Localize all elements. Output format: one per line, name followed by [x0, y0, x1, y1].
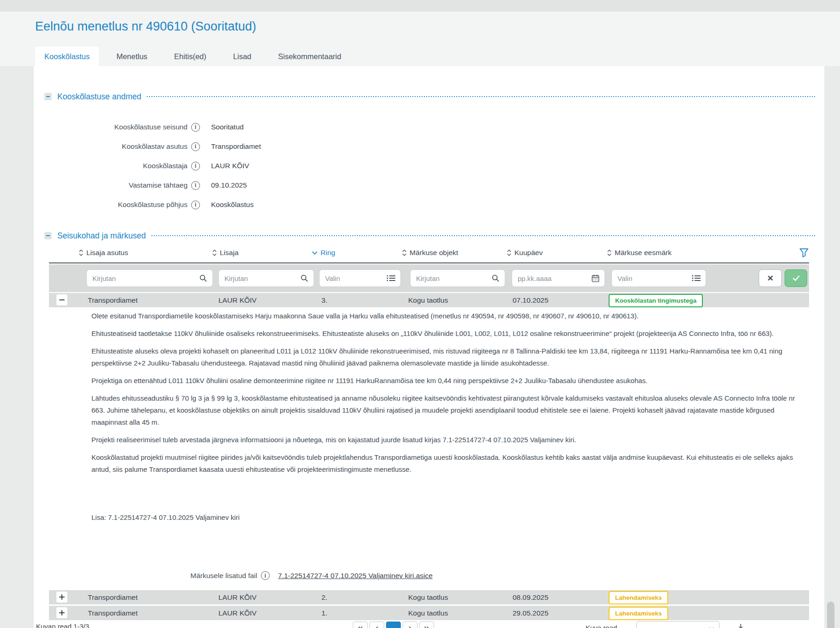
field-label: Vastamise tähtaeg	[34, 181, 187, 189]
cell-ring: 3.	[321, 293, 327, 307]
info-icon[interactable]	[191, 162, 200, 171]
prev-page-button[interactable]	[369, 622, 384, 628]
top-strip	[0, 0, 840, 12]
filter-lisaja-asutus[interactable]	[86, 269, 213, 287]
filter-markuse-objekt[interactable]	[410, 269, 505, 287]
filter-input[interactable]	[415, 274, 491, 283]
cell-kuupaev: 08.09.2025	[513, 590, 549, 604]
filter-kuupaev[interactable]	[512, 269, 605, 287]
expand-row-button[interactable]	[56, 607, 68, 619]
double-chevron-right-icon	[424, 626, 429, 628]
section-markused-header: Seisukohad ja märkused	[44, 230, 816, 241]
filter-select[interactable]	[616, 274, 692, 283]
column-label: Märkuse objekt	[410, 249, 458, 257]
field-label: Kooskõlastuse seisund	[34, 123, 187, 131]
paragraph: Ehitusteatiste aluseks oleva projekti ko…	[91, 345, 797, 369]
attachment-label: Märkusele lisatud fail	[34, 572, 257, 580]
info-icon[interactable]	[191, 201, 200, 209]
field-row: Kooskõlastaja LAUR KÕIV	[34, 156, 611, 176]
column-header-markuse-objekt[interactable]: Märkuse objekt	[402, 249, 458, 257]
double-chevron-left-icon	[357, 626, 363, 628]
pagination	[353, 622, 434, 628]
info-icon[interactable]	[261, 571, 270, 580]
field-row: Kooskõlastav asutus Transpordiamet	[34, 137, 611, 156]
collapse-row-button[interactable]	[56, 294, 68, 306]
check-icon	[792, 274, 800, 282]
table-row: Transpordiamet LAUR KÕIV 2. Kogu taotlus…	[49, 590, 809, 604]
filter-input[interactable]	[224, 274, 300, 283]
section-title: Kooskõlastuse andmed	[57, 92, 141, 102]
cell-kuupaev: 07.10.2025	[513, 293, 549, 307]
row-detail-text: Olete esitanud Transpordiametile kooskõl…	[91, 310, 797, 529]
cell-kuupaev: 29.05.2025	[513, 606, 549, 620]
cell-lisaja: LAUR KÕIV	[218, 590, 257, 604]
cell-objekt: Kogu taotlus	[408, 606, 448, 620]
column-header-kuupaev[interactable]: Kuupäev	[507, 249, 543, 257]
tab-lisad[interactable]: Lisad	[224, 47, 260, 66]
filter-ring[interactable]	[319, 269, 401, 287]
scrollbar-thumb[interactable]	[827, 602, 834, 628]
sort-icon	[402, 249, 407, 256]
column-header-lisaja-asutus[interactable]: Lisaja asutus	[79, 249, 128, 257]
column-label: Märkuse eesmärk	[615, 249, 671, 257]
info-icon[interactable]	[191, 123, 200, 132]
list-icon	[387, 274, 396, 282]
column-label: Lisaja asutus	[86, 249, 128, 257]
info-icon[interactable]	[191, 142, 200, 151]
column-header-markuse-eesmark[interactable]: Märkuse eesmärk	[607, 249, 671, 257]
status-badge: Kooskõlastan tingimustega	[609, 294, 703, 307]
tab-menetlus[interactable]: Menetlus	[107, 47, 157, 66]
next-page-button[interactable]	[403, 622, 417, 628]
first-page-button[interactable]	[353, 622, 368, 628]
attachment-link[interactable]: 7.1-22514727-4 07.10.2025 Valjaminev kir…	[278, 572, 433, 580]
filter-icon[interactable]	[799, 248, 809, 258]
page-size-label: Kuva read	[586, 624, 617, 628]
column-header-lisaja[interactable]: Lisaja	[212, 249, 239, 257]
filter-lisaja[interactable]	[218, 269, 314, 287]
cell-asutus: Transpordiamet	[88, 293, 138, 307]
cell-lisaja: LAUR KÕIV	[218, 293, 257, 307]
expand-row-button[interactable]	[56, 591, 68, 603]
apply-filters-button[interactable]	[785, 269, 807, 287]
last-page-button[interactable]	[419, 622, 434, 628]
lisa-line: Lisa: 7.1-22514727-4 07.10.2025 Valjamin…	[91, 512, 797, 524]
scroll-down-icon[interactable]	[738, 623, 743, 628]
field-value: Transpordiamet	[211, 142, 261, 151]
status-badge: Lahendamiseks	[609, 607, 668, 620]
search-icon	[300, 274, 309, 283]
paragraph: Ehitusteatiseid taotletakse 110kV õhulii…	[91, 328, 797, 340]
dotted-divider	[151, 235, 816, 236]
field-row: Kooskõlastuse seisund Sooritatud	[34, 117, 611, 137]
tab-kooskolastus[interactable]: Kooskõlastus	[35, 47, 99, 66]
cell-lisaja: LAUR KÕIV	[218, 606, 257, 620]
field-label: Kooskõlastuse põhjus	[34, 201, 187, 209]
filter-input[interactable]	[91, 274, 199, 283]
sort-desc-icon	[312, 251, 318, 255]
tab-sisekommentaarid[interactable]: Sisekommentaarid	[269, 47, 351, 66]
collapse-icon[interactable]	[44, 232, 52, 239]
info-icon[interactable]	[191, 181, 200, 190]
collapse-icon[interactable]	[44, 93, 52, 100]
field-value: 09.10.2025	[211, 181, 247, 189]
tab-ehitised[interactable]: Ehitis(ed)	[165, 47, 216, 66]
cell-objekt: Kogu taotlus	[408, 293, 448, 307]
field-value: Sooritatud	[211, 123, 244, 131]
column-header-ring[interactable]: Ring	[312, 249, 335, 257]
field-label: Kooskõlastaja	[34, 162, 187, 170]
chevron-left-icon	[375, 626, 379, 628]
date-input[interactable]	[517, 274, 591, 283]
paragraph: Olete esitanud Transpordiametile kooskõl…	[91, 310, 797, 322]
cell-asutus: Transpordiamet	[88, 590, 138, 604]
current-page-button[interactable]	[386, 622, 401, 628]
filter-markuse-eesmark[interactable]	[611, 269, 706, 287]
filter-select[interactable]	[324, 274, 387, 283]
column-label: Ring	[320, 249, 335, 257]
clear-filters-button[interactable]: ✕	[759, 269, 782, 287]
field-value: LAUR KÕIV	[211, 162, 249, 170]
table-row: Transpordiamet LAUR KÕIV 3. Kogu taotlus…	[49, 293, 809, 307]
page-size-select[interactable]	[636, 621, 719, 628]
section-andmed-header: Kooskõlastuse andmed	[44, 91, 816, 102]
tab-bar: Kooskõlastus Menetlus Ehitis(ed) Lisad S…	[35, 47, 359, 66]
section-title: Seisukohad ja märkused	[57, 231, 146, 241]
cell-ring: 1.	[321, 606, 327, 620]
